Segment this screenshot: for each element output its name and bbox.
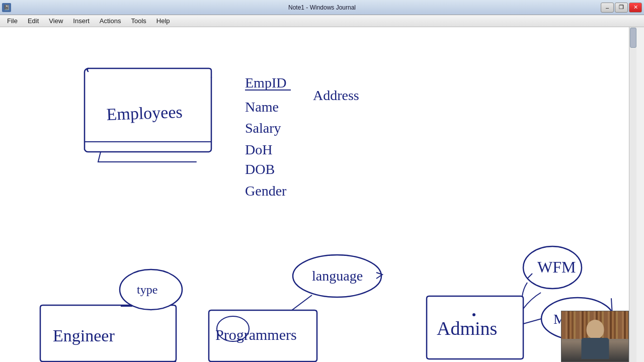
svg-text:DoH: DoH (245, 142, 272, 157)
titlebar: 📓 Note1 - Windows Journal – ❐ ✕ (0, 0, 644, 15)
svg-text:WFM: WFM (537, 258, 576, 276)
close-button[interactable]: ✕ (629, 3, 642, 13)
svg-text:language: language (312, 268, 363, 284)
menu-file[interactable]: File (2, 16, 23, 26)
titlebar-title: Note1 - Windows Journal (288, 4, 356, 11)
menubar: File Edit View Insert Actions Tools Help (0, 15, 644, 27)
menu-help[interactable]: Help (151, 16, 175, 26)
svg-text:Salary: Salary (245, 120, 281, 136)
webcam-video (561, 311, 628, 361)
svg-text:Name: Name (245, 99, 279, 115)
canvas-area[interactable]: Employees EmpID Address Name Salary DoH … (0, 27, 636, 362)
svg-text:EmpID: EmpID (245, 75, 286, 90)
svg-text:Programmers: Programmers (215, 326, 297, 343)
svg-text:Gender: Gender (245, 183, 287, 199)
person-head (586, 320, 604, 339)
svg-text:Admins: Admins (437, 318, 497, 339)
svg-text:Employees: Employees (106, 103, 183, 124)
menu-actions[interactable]: Actions (95, 16, 126, 26)
menu-view[interactable]: View (44, 16, 68, 26)
menu-edit[interactable]: Edit (23, 16, 44, 26)
titlebar-left: 📓 (2, 3, 11, 12)
titlebar-buttons: – ❐ ✕ (601, 3, 642, 13)
svg-text:Address: Address (313, 87, 359, 103)
svg-text:Engineer: Engineer (53, 326, 115, 345)
scrollbar-vertical[interactable] (629, 27, 636, 362)
menu-tools[interactable]: Tools (126, 16, 151, 26)
drawing-surface[interactable]: Employees EmpID Address Name Salary DoH … (0, 27, 629, 362)
svg-point-23 (472, 313, 475, 316)
menu-insert[interactable]: Insert (68, 16, 95, 26)
minimize-button[interactable]: – (601, 3, 614, 13)
webcam-overlay (561, 311, 629, 362)
scrollbar-thumb[interactable] (630, 28, 636, 48)
person-body (581, 338, 609, 359)
svg-text:type: type (137, 283, 157, 296)
svg-text:DOB: DOB (245, 161, 275, 177)
svg-rect-0 (0, 27, 629, 362)
restore-button[interactable]: ❐ (615, 3, 628, 13)
app-icon: 📓 (2, 3, 11, 12)
